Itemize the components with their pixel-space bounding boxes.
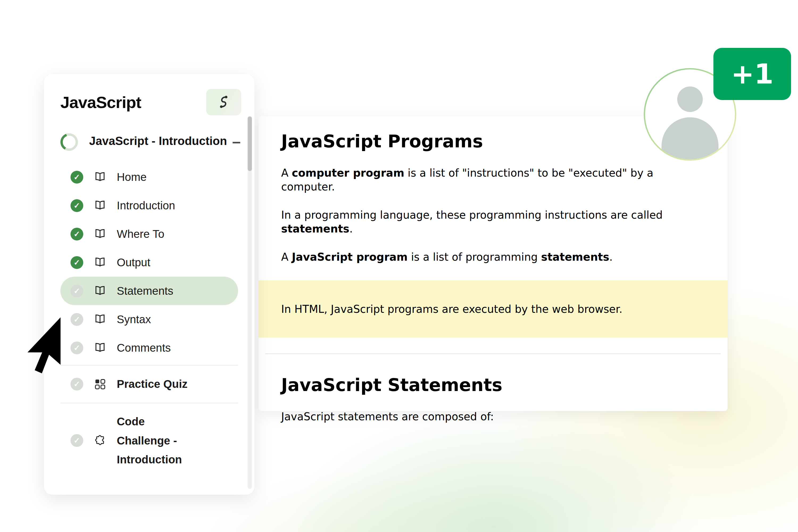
course-sidebar: JavaScript JavaScript - Introduction – H… [44, 74, 254, 495]
lesson-label: Code Challenge - Introduction [117, 412, 196, 469]
note-callout: In HTML, JavaScript programs are execute… [259, 280, 727, 338]
lesson-label: Comments [117, 342, 171, 354]
sidebar-item-syntax[interactable]: Syntax [60, 305, 238, 334]
check-circle-icon [71, 256, 83, 269]
person-icon-body [662, 117, 719, 159]
check-circle-icon [71, 434, 83, 447]
course-switcher-icon [216, 94, 231, 110]
check-circle-icon [71, 342, 83, 354]
paragraph-computer-program: A computer program is a list of "instruc… [281, 166, 705, 194]
sidebar-item-output[interactable]: Output [60, 248, 238, 277]
course-switcher-button[interactable] [206, 89, 241, 115]
lesson-label: Output [117, 256, 150, 269]
sidebar-header: JavaScript [44, 74, 254, 115]
sidebar-item-code-challenge[interactable]: Code Challenge - Introduction [60, 406, 238, 475]
list-divider [60, 365, 238, 365]
sidebar-item-introduction[interactable]: Introduction [60, 191, 238, 220]
lesson-label: Statements [117, 285, 173, 298]
sidebar-item-home[interactable]: Home [60, 163, 238, 191]
sidebar-item-statements[interactable]: Statements [60, 277, 238, 305]
check-circle-icon [71, 199, 83, 212]
course-title: JavaScript - Introduction [89, 130, 232, 152]
open-book-icon [94, 342, 106, 354]
lesson-label: Home [117, 171, 147, 184]
person-icon [677, 87, 703, 112]
sidebar-item-comments[interactable]: Comments [60, 334, 238, 362]
open-book-icon [94, 228, 106, 240]
section-divider [265, 354, 721, 354]
check-circle-icon [71, 228, 83, 241]
paragraph-composed-of: JavaScript statements are composed of: [281, 410, 705, 423]
sidebar-title: JavaScript [60, 93, 141, 112]
lesson-list: Home Introduction Where To Output [44, 163, 254, 475]
check-circle-icon [71, 171, 83, 184]
check-circle-icon [71, 313, 83, 326]
mouse-cursor-icon [26, 317, 62, 376]
check-circle-icon [71, 285, 83, 298]
sidebar-scrollbar-track[interactable] [248, 116, 252, 489]
paragraph-javascript-program: A JavaScript program is a list of progra… [281, 250, 705, 264]
sidebar-scrollbar-thumb[interactable] [248, 116, 252, 171]
open-book-icon [94, 285, 106, 297]
lesson-label: Where To [117, 228, 165, 241]
sidebar-item-practice-quiz[interactable]: Practice Quiz [60, 368, 238, 400]
open-book-icon [94, 314, 106, 326]
open-book-icon [94, 171, 106, 183]
course-progress-ring [60, 133, 78, 151]
course-section-header: JavaScript - Introduction – [44, 115, 254, 152]
lesson-label: Syntax [117, 313, 151, 326]
section-heading-statements: JavaScript Statements [281, 375, 705, 395]
sidebar-item-where-to[interactable]: Where To [60, 220, 238, 248]
lesson-label: Introduction [117, 199, 175, 212]
section-heading-programs: JavaScript Programs [281, 116, 705, 152]
note-text: In HTML, JavaScript programs are execute… [281, 302, 623, 316]
lesson-label: Practice Quiz [117, 378, 188, 391]
paragraph-statements-definition: In a programming language, these program… [281, 208, 705, 236]
open-book-icon [94, 200, 106, 212]
collapse-section-button[interactable]: – [232, 134, 241, 149]
quiz-grid-icon [94, 378, 106, 390]
check-circle-icon [71, 378, 83, 391]
lesson-content-panel: JavaScript Programs A computer program i… [259, 116, 727, 411]
open-book-icon [94, 256, 106, 269]
list-divider [60, 403, 238, 403]
points-badge: +1 [714, 48, 791, 100]
puzzle-icon [94, 434, 106, 446]
